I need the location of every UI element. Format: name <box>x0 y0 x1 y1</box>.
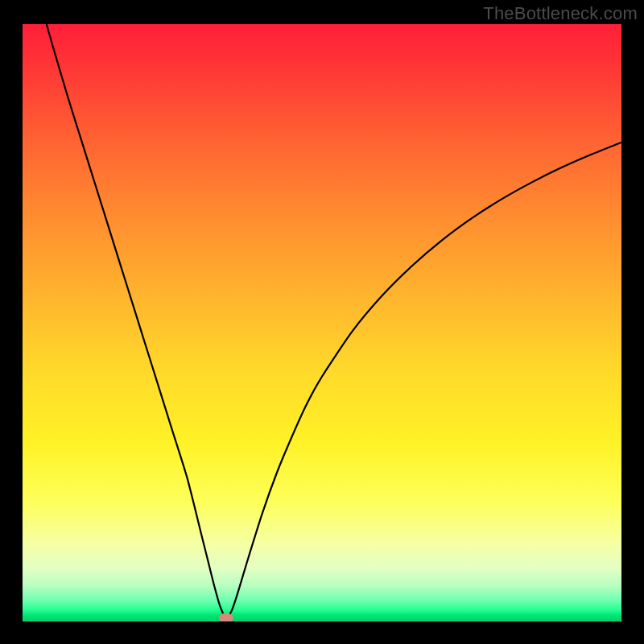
curve-layer <box>23 24 621 621</box>
min-marker <box>219 613 233 621</box>
watermark-text: TheBottleneck.com <box>483 3 638 24</box>
chart-frame: TheBottleneck.com <box>0 0 644 644</box>
bottleneck-curve <box>47 24 621 618</box>
plot-area <box>23 24 621 621</box>
